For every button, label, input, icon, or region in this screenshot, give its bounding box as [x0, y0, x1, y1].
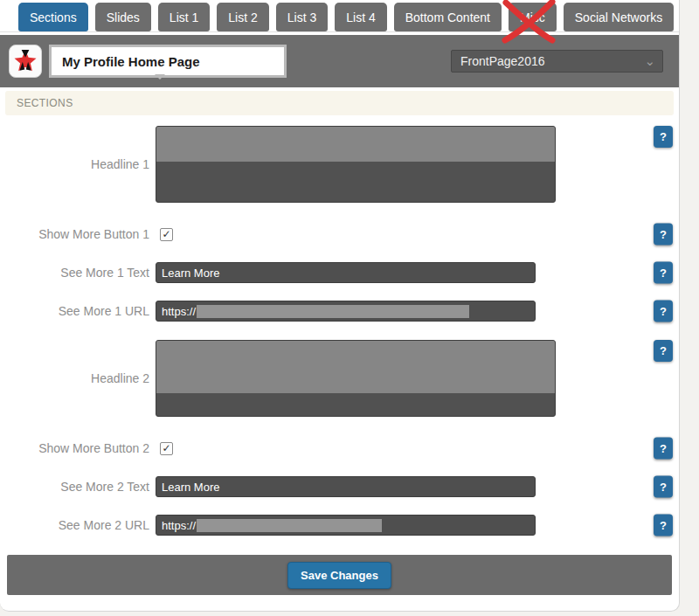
tab-misc[interactable]: Misc: [509, 3, 557, 31]
tab-list-3[interactable]: List 3: [276, 3, 328, 31]
see-more-1-url-label: See More 1 URL: [0, 304, 156, 318]
page-title-input[interactable]: [52, 47, 284, 75]
show-more-1-checkbox[interactable]: ✓: [160, 228, 173, 241]
help-button-see-more-1-url[interactable]: ?: [654, 301, 673, 322]
see-more-2-url-input[interactable]: https://: [156, 515, 536, 536]
show-more-2-row: Show More Button 2 ✓ ?: [0, 437, 679, 460]
redacted-url: [197, 305, 469, 318]
help-button-see-more-2-url[interactable]: ?: [654, 515, 673, 536]
redacted-content: [156, 341, 555, 393]
template-dropdown[interactable]: FrontPage2016 ⌄: [451, 50, 663, 73]
see-more-2-url-label: See More 2 URL: [0, 518, 156, 532]
star-logo-icon: [12, 48, 38, 74]
headline-2-label: Headline 2: [0, 371, 156, 385]
help-button-show-more-2[interactable]: ?: [654, 438, 673, 460]
see-more-1-text-input[interactable]: [156, 262, 536, 283]
see-more-2-text-input[interactable]: [156, 476, 536, 497]
url-prefix: https://: [162, 519, 196, 532]
content-card: Sections Slides List 1 List 2 List 3 Lis…: [0, 0, 680, 612]
help-button-see-more-2-text[interactable]: ?: [654, 476, 673, 498]
headline-1-label: Headline 1: [0, 157, 156, 171]
help-button-see-more-1-text[interactable]: ?: [654, 262, 673, 284]
tab-bar: Sections Slides List 1 List 2 List 3 Lis…: [0, 0, 679, 32]
tab-misc-label: Misc: [520, 10, 545, 24]
redacted-content: [156, 127, 555, 162]
help-button-show-more-1[interactable]: ?: [654, 224, 673, 246]
chevron-down-icon: ⌄: [644, 57, 655, 66]
tab-list-4[interactable]: List 4: [335, 3, 386, 31]
help-button-headline-2[interactable]: ?: [654, 340, 673, 362]
tab-sections[interactable]: Sections: [18, 3, 88, 31]
footer-bar: Save Changes: [7, 555, 672, 595]
headline-2-textarea[interactable]: [156, 340, 556, 417]
title-field-notch: [155, 74, 165, 85]
headline-1-textarea[interactable]: [156, 126, 556, 203]
tab-bottom-content[interactable]: Bottom Content: [394, 3, 502, 31]
tab-list-1[interactable]: List 1: [158, 3, 210, 31]
show-more-1-label: Show More Button 1: [0, 227, 156, 241]
app-logo: [9, 45, 42, 78]
tab-list-2[interactable]: List 2: [217, 3, 268, 31]
help-button-headline-1[interactable]: ?: [654, 126, 673, 148]
see-more-1-url-input[interactable]: https://: [156, 301, 536, 322]
see-more-2-url-row: See More 2 URL https:// ?: [0, 515, 679, 536]
see-more-1-url-row: See More 1 URL https:// ?: [0, 301, 679, 322]
show-more-2-checkbox[interactable]: ✓: [160, 442, 173, 455]
see-more-2-text-row: See More 2 Text ?: [0, 476, 679, 497]
see-more-2-text-label: See More 2 Text: [0, 480, 156, 494]
tab-social-networks[interactable]: Social Networks: [564, 3, 674, 31]
template-dropdown-value: FrontPage2016: [460, 54, 545, 68]
see-more-1-text-label: See More 1 Text: [0, 266, 156, 280]
show-more-2-label: Show More Button 2: [0, 441, 156, 455]
sections-form: Headline 1 ? Show More Button 1 ✓ ? See …: [0, 125, 679, 536]
tab-slides[interactable]: Slides: [95, 3, 151, 31]
section-header-label: SECTIONS: [17, 97, 73, 109]
page-title-field-frame: [49, 45, 287, 78]
url-prefix: https://: [162, 305, 196, 318]
save-changes-button[interactable]: Save Changes: [287, 562, 391, 589]
headline-1-row: Headline 1 ?: [0, 125, 679, 204]
headline-2-row: Headline 2 ?: [0, 339, 679, 418]
show-more-1-row: Show More Button 1 ✓ ?: [0, 223, 679, 246]
app-header: FrontPage2016 ⌄: [0, 35, 679, 87]
section-header-bar: SECTIONS: [5, 91, 674, 115]
redacted-url: [197, 519, 382, 532]
see-more-1-text-row: See More 1 Text ?: [0, 262, 679, 283]
